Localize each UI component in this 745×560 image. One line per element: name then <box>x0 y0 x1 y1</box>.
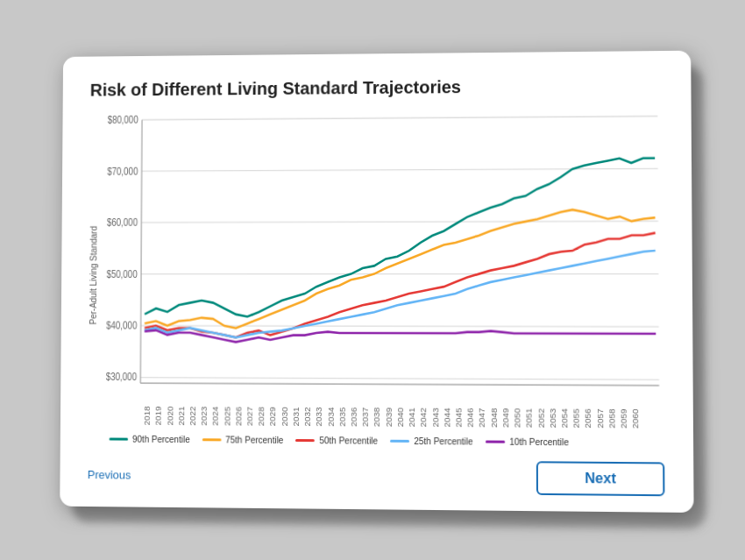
legend-label-10th: 10th Percentile <box>509 436 569 447</box>
svg-text:$30,000: $30,000 <box>106 371 137 382</box>
card: Risk of Different Living Standard Trajec… <box>60 50 693 512</box>
legend-item-75th: 75th Percentile <box>202 435 283 445</box>
chart-title: Risk of Different Living Standard Trajec… <box>90 75 663 100</box>
svg-text:2034: 2034 <box>327 407 335 426</box>
legend-color-10th <box>486 440 505 443</box>
svg-text:2026: 2026 <box>235 407 243 426</box>
legend-label-75th: 75th Percentile <box>225 435 283 444</box>
svg-text:2036: 2036 <box>351 407 358 426</box>
svg-text:2028: 2028 <box>258 407 266 426</box>
legend-color-75th <box>202 438 222 441</box>
svg-text:2019: 2019 <box>155 406 163 425</box>
svg-text:2057: 2057 <box>596 408 604 428</box>
svg-line-2 <box>141 221 658 223</box>
legend-color-50th <box>295 438 315 441</box>
legend-item-50th: 50th Percentile <box>295 435 378 445</box>
svg-text:$60,000: $60,000 <box>107 216 138 228</box>
svg-text:2049: 2049 <box>502 408 510 427</box>
svg-text:2058: 2058 <box>608 408 616 428</box>
svg-text:2040: 2040 <box>397 408 405 427</box>
svg-text:2041: 2041 <box>408 408 416 427</box>
svg-text:2055: 2055 <box>572 408 580 428</box>
svg-text:2050: 2050 <box>514 408 522 427</box>
svg-text:2025: 2025 <box>224 406 231 425</box>
svg-text:2023: 2023 <box>201 406 209 425</box>
line-10th <box>145 330 656 343</box>
svg-text:2024: 2024 <box>212 406 220 425</box>
svg-text:2043: 2043 <box>432 408 440 427</box>
chart-svg: $80,000 $70,000 $60,000 $50,000 $40,000 … <box>103 104 664 433</box>
svg-text:2060: 2060 <box>632 408 640 428</box>
svg-line-1 <box>142 168 658 171</box>
svg-text:2047: 2047 <box>479 408 486 427</box>
svg-text:2038: 2038 <box>373 407 381 426</box>
svg-text:2037: 2037 <box>362 407 370 426</box>
svg-text:2045: 2045 <box>455 408 463 427</box>
svg-text:2032: 2032 <box>304 407 312 426</box>
chart-inner: $80,000 $70,000 $60,000 $50,000 $40,000 … <box>103 104 664 448</box>
chart-area: Per-Adult Living Standard $80,000 $70,00… <box>88 104 664 448</box>
card-wrapper: Risk of Different Living Standard Trajec… <box>57 53 688 508</box>
svg-text:2052: 2052 <box>537 408 545 428</box>
svg-text:$80,000: $80,000 <box>108 113 138 124</box>
line-90th <box>145 158 656 317</box>
legend-label-25th: 25th Percentile <box>414 436 472 446</box>
svg-text:2046: 2046 <box>467 408 475 427</box>
svg-text:2053: 2053 <box>549 408 557 428</box>
legend-label-50th: 50th Percentile <box>319 436 378 446</box>
svg-text:2054: 2054 <box>561 408 569 428</box>
svg-text:2018: 2018 <box>144 406 152 425</box>
svg-text:2059: 2059 <box>620 408 628 428</box>
svg-text:2039: 2039 <box>385 408 393 427</box>
svg-line-56 <box>140 119 142 382</box>
y-axis-label: Per-Adult Living Standard <box>88 109 99 443</box>
card-footer: Previous Next <box>88 454 665 496</box>
chart-svg-wrapper: $80,000 $70,000 $60,000 $50,000 $40,000 … <box>103 104 664 433</box>
legend-item-90th: 90th Percentile <box>110 434 190 444</box>
svg-text:$70,000: $70,000 <box>107 165 138 176</box>
svg-text:2044: 2044 <box>443 408 451 427</box>
svg-text:2021: 2021 <box>178 406 186 425</box>
legend-color-25th <box>390 439 409 442</box>
svg-line-55 <box>140 383 659 386</box>
svg-text:2027: 2027 <box>246 407 254 426</box>
legend-item-10th: 10th Percentile <box>486 436 569 447</box>
svg-text:2042: 2042 <box>420 408 428 427</box>
svg-text:$50,000: $50,000 <box>107 267 138 279</box>
legend-label-90th: 90th Percentile <box>132 434 190 443</box>
legend: 90th Percentile 75th Percentile 50th Per… <box>103 434 664 448</box>
svg-text:2030: 2030 <box>280 407 288 426</box>
next-button[interactable]: Next <box>536 461 664 496</box>
legend-item-25th: 25th Percentile <box>390 436 472 446</box>
svg-text:2022: 2022 <box>189 406 197 425</box>
svg-line-4 <box>141 325 659 326</box>
svg-text:2048: 2048 <box>490 408 498 427</box>
svg-text:2029: 2029 <box>269 407 277 426</box>
svg-text:$40,000: $40,000 <box>106 319 137 330</box>
line-50th <box>145 232 656 337</box>
svg-text:2035: 2035 <box>338 407 346 426</box>
svg-text:2056: 2056 <box>585 408 592 428</box>
legend-color-90th <box>110 437 129 440</box>
previous-button[interactable]: Previous <box>88 467 131 480</box>
svg-line-0 <box>142 116 657 119</box>
svg-line-5 <box>140 377 659 379</box>
line-75th <box>145 209 656 329</box>
svg-text:2020: 2020 <box>167 406 174 425</box>
svg-text:2031: 2031 <box>293 407 301 426</box>
svg-text:2051: 2051 <box>526 408 534 427</box>
svg-text:2033: 2033 <box>316 407 323 426</box>
